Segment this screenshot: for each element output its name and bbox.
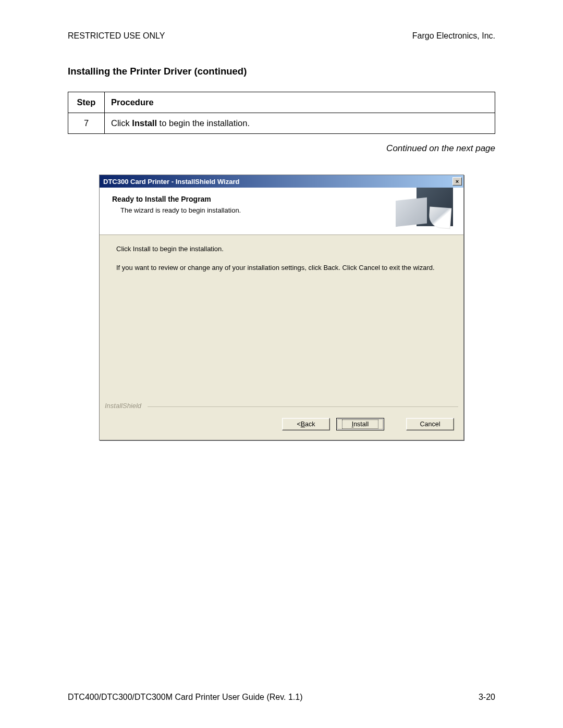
dialog-body-p2: If you want to review or change any of y… — [116, 263, 449, 273]
header-restricted: RESTRICTED USE ONLY — [68, 31, 165, 41]
back-button-mn: B — [301, 421, 305, 428]
header-company: Fargo Electronics, Inc. — [412, 31, 495, 41]
procedure-table: Step Procedure 7 Click Install to begin … — [68, 92, 495, 134]
section-heading: Installing the Printer Driver (continued… — [68, 66, 495, 77]
dialog-subheading: The wizard is ready to begin installatio… — [112, 206, 385, 214]
col-header-procedure: Procedure — [105, 92, 495, 113]
back-button-pre: < — [297, 421, 300, 428]
step-text-bold: Install — [132, 118, 157, 128]
footer-guide: DTC400/DTC300/DTC300M Card Printer User … — [68, 693, 303, 702]
cancel-button[interactable]: Cancel — [406, 418, 454, 430]
col-header-step: Step — [68, 92, 105, 113]
step-number: 7 — [68, 113, 105, 134]
dialog-header: Ready to Install the Program The wizard … — [100, 188, 463, 235]
dialog-button-row: < Back Install Cancel — [100, 411, 463, 440]
back-button-post: ack — [305, 421, 315, 428]
dialog-titlebar: DTC300 Card Printer - InstallShield Wiza… — [100, 175, 463, 188]
install-button[interactable]: Install — [336, 418, 384, 430]
installshield-brand: InstallShield — [100, 402, 463, 411]
wizard-hero-image — [390, 195, 453, 226]
installshield-dialog: DTC300 Card Printer - InstallShield Wiza… — [99, 175, 464, 440]
step-text: Click Install to begin the installation. — [105, 113, 495, 134]
brand-text: InstallShield — [105, 402, 141, 410]
dialog-title: DTC300 Card Printer - InstallShield Wiza… — [103, 178, 239, 186]
footer-page: 3-20 — [479, 693, 495, 702]
brand-divider — [148, 406, 458, 407]
continued-note: Continued on the next page — [68, 143, 495, 154]
install-button-post: nstall — [353, 421, 369, 428]
dialog-body: Click Install to begin the installation.… — [100, 235, 463, 402]
back-button[interactable]: < Back — [282, 418, 330, 430]
dialog-heading: Ready to Install the Program — [112, 195, 385, 203]
close-icon[interactable]: × — [452, 177, 462, 186]
dialog-body-p1: Click Install to begin the installation. — [116, 244, 449, 254]
table-row: 7 Click Install to begin the installatio… — [68, 113, 495, 134]
step-text-post: to begin the installation. — [157, 118, 250, 128]
step-text-pre: Click — [111, 118, 132, 128]
